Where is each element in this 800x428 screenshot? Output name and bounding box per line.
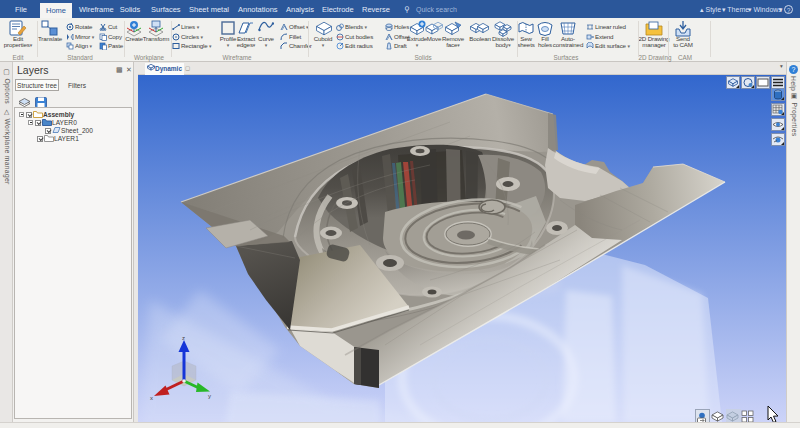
svg-text:x: x <box>150 395 153 401</box>
svg-text:z: z <box>182 335 185 341</box>
svg-text:y: y <box>208 393 211 399</box>
